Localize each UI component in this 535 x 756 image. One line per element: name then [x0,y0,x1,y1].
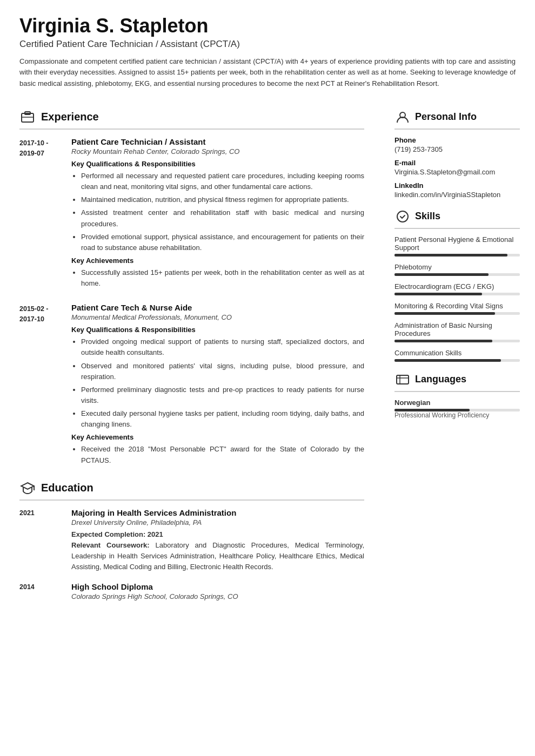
skill-item: Administration of Basic Nursing Procedur… [394,321,520,342]
skill-bar-bg [394,293,520,295]
skill-name: Monitoring & Recording Vital Signs [394,302,520,310]
svg-rect-7 [397,375,409,384]
personal-info-divider [394,129,520,130]
skill-item: Phlebotomy [394,263,520,276]
email-value: Virginia.S.Stapleton@gmail.com [394,168,520,176]
skill-name: Communication Skills [394,349,520,357]
language-level: Professional Working Proficiency [394,411,520,419]
applicant-summary: Compassionate and competent certified pa… [19,56,516,90]
exp-job-title-2: Patient Care Tech & Nurse Aide [71,303,364,312]
languages-divider [394,391,520,392]
skill-bar-fill [394,293,482,295]
skill-name: Administration of Basic Nursing Procedur… [394,321,520,338]
exp-qual-label-1: Key Qualifications & Responsibilities [71,160,364,168]
skills-divider [394,228,520,229]
linkedin-value: linkedin.com/in/VirginiaSStapleton [394,191,520,199]
exp-date-2: 2015-02 - 2017-10 [19,303,62,468]
exp-qual-list-1: Performed all necessary and requested pa… [71,171,364,253]
list-item: Assisted treatment center and rehabilita… [81,207,364,229]
exp-ach-list-2: Received the 2018 "Most Personable PCT" … [71,444,364,465]
edu-completion-label: Expected Completion: 2021 [71,530,163,538]
edu-coursework-label: Relevant Coursework: [71,541,150,549]
skill-bar-bg [394,273,520,276]
exp-company-1: Rocky Mountain Rehab Center, Colorado Sp… [71,147,364,156]
experience-divider [19,129,364,130]
skill-bar-fill [394,273,489,276]
exp-content-1: Patient Care Technician / Assistant Rock… [71,137,364,291]
linkedin-label: LinkedIn [394,181,520,190]
main-body: Experience 2017-10 - 2019-07 Patient Car… [0,99,535,756]
education-title: Education [41,482,93,494]
edu-date-1: 2021 [19,508,62,573]
education-icon [19,480,36,496]
personal-info-header: Personal Info [394,109,520,125]
exp-company-2: Monumental Medical Professionals, Monume… [71,313,364,321]
svg-point-6 [397,211,408,222]
edu-date-2: 2014 [19,582,62,603]
skills-container: Patient Personal Hygiene & Emotional Sup… [394,235,520,362]
skill-bar-bg [394,254,520,256]
exp-ach-label-2: Key Achievements [71,433,364,441]
skill-bar-fill [394,254,507,256]
list-item: Performed all necessary and requested pa… [81,171,364,192]
skill-name: Electrocardiogram (ECG / EKG) [394,282,520,291]
skill-bar-fill [394,340,492,342]
edu-degree-2: High School Diploma [71,582,364,591]
skills-header: Skills [394,208,520,225]
skill-bar-bg [394,340,520,342]
list-item: Observed and monitored patients' vital s… [81,361,364,382]
email-label: E-mail [394,159,520,167]
exp-content-2: Patient Care Tech & Nurse Aide Monumenta… [71,303,364,468]
skills-icon [394,208,411,225]
personal-info-title: Personal Info [415,111,477,123]
personal-info-icon [394,109,411,125]
phone-label: Phone [394,136,520,144]
language-name: Norwegian [394,399,520,407]
edu-completion-1: Expected Completion: 2021 [71,529,364,540]
list-item: Successfully assisted 15+ patients per w… [81,267,364,289]
exp-entry-1: 2017-10 - 2019-07 Patient Care Technicia… [19,137,364,291]
phone-value: (719) 253-7305 [394,145,520,153]
list-item: Provided emotional support, physical ass… [81,232,364,253]
edu-school-2: Colorado Springs High School, Colorado S… [71,592,364,600]
language-item: Norwegian Professional Working Proficien… [394,399,520,419]
experience-section-header: Experience [19,109,364,125]
exp-date-1: 2017-10 - 2019-07 [19,137,62,291]
edu-degree-1: Majoring in Health Services Administrati… [71,508,364,517]
languages-container: Norwegian Professional Working Proficien… [394,399,520,419]
applicant-title: Certified Patient Care Technician / Assi… [19,39,516,50]
edu-school-1: Drexel University Online, Philadelphia, … [71,518,364,526]
list-item: Provided ongoing medical support of pati… [81,336,364,358]
exp-ach-label-1: Key Achievements [71,256,364,265]
skill-bar-fill [394,312,495,315]
exp-job-title-1: Patient Care Technician / Assistant [71,137,364,146]
right-column: Personal Info Phone (719) 253-7305 E-mai… [384,99,535,756]
list-item: Performed preliminary diagnostic tests a… [81,384,364,406]
list-item: Executed daily personal hygiene tasks pe… [81,408,364,430]
experience-title: Experience [41,111,99,123]
edu-content-1: Majoring in Health Services Administrati… [71,508,364,573]
skill-item: Electrocardiogram (ECG / EKG) [394,282,520,295]
header-section: Virginia S. Stapleton Certified Patient … [0,0,535,99]
skill-bar-fill [394,359,501,362]
edu-content-2: High School Diploma Colorado Springs Hig… [71,582,364,603]
edu-coursework-1: Relevant Coursework: Laboratory and Diag… [71,540,364,572]
left-column: Experience 2017-10 - 2019-07 Patient Car… [0,99,384,756]
languages-title: Languages [415,374,466,385]
edu-entry-1: 2021 Majoring in Health Services Adminis… [19,508,364,573]
skill-name: Patient Personal Hygiene & Emotional Sup… [394,235,520,252]
list-item: Maintained medication, nutrition, and ph… [81,194,364,205]
list-item: Received the 2018 "Most Personable PCT" … [81,444,364,465]
exp-ach-list-1: Successfully assisted 15+ patients per w… [71,267,364,289]
skill-item: Communication Skills [394,349,520,362]
exp-qual-list-2: Provided ongoing medical support of pati… [71,336,364,430]
exp-entry-2: 2015-02 - 2017-10 Patient Care Tech & Nu… [19,303,364,468]
skill-name: Phlebotomy [394,263,520,271]
skill-item: Patient Personal Hygiene & Emotional Sup… [394,235,520,256]
education-section-header: Education [19,480,364,496]
applicant-name: Virginia S. Stapleton [19,15,516,37]
education-divider [19,500,364,501]
exp-qual-label-2: Key Qualifications & Responsibilities [71,326,364,334]
languages-header: Languages [394,372,520,388]
experience-icon [19,109,36,125]
